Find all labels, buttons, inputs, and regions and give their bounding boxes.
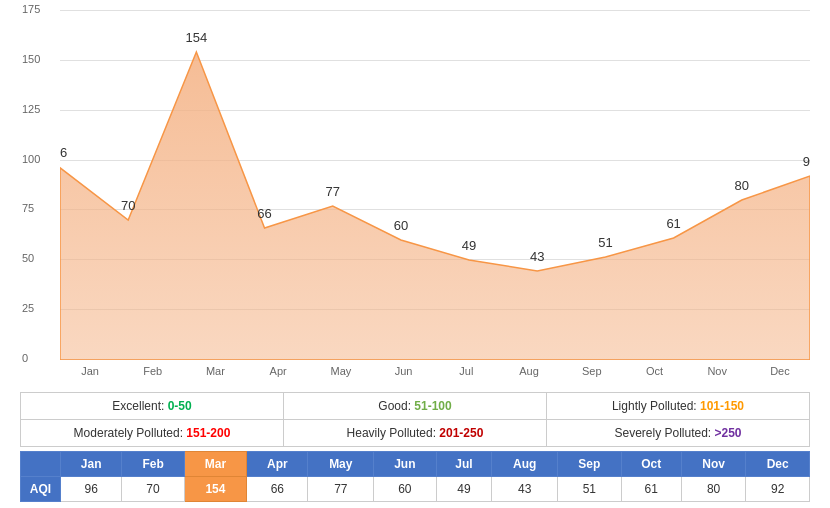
legend: Excellent: 0-50 Good: 51-100 Lightly Pol…: [20, 392, 810, 447]
td-aqi-label: AQI: [21, 477, 61, 502]
x-label-jun: Jun: [374, 365, 434, 377]
chart-area: 175 150 125 100 75 50 25 0 96: [20, 10, 810, 390]
th-apr: Apr: [247, 452, 308, 477]
data-table: Jan Feb Mar Apr May Jun Jul Aug Sep Oct …: [20, 451, 810, 502]
y-label-150: 150: [22, 53, 40, 65]
y-label-25: 25: [22, 302, 34, 314]
table-data-row: AQI 96 70 154 66 77 60 49 43 51 61 80 92: [21, 477, 810, 502]
label-apr: 66: [257, 206, 271, 221]
td-may: 77: [308, 477, 374, 502]
x-label-may: May: [311, 365, 371, 377]
label-dec: 92: [803, 154, 810, 169]
td-nov: 80: [681, 477, 746, 502]
y-label-125: 125: [22, 103, 40, 115]
x-label-aug: Aug: [499, 365, 559, 377]
td-jun: 60: [374, 477, 436, 502]
td-aug: 43: [492, 477, 558, 502]
x-label-dec: Dec: [750, 365, 810, 377]
legend-good: Good: 51-100: [284, 393, 547, 419]
legend-row-1: Excellent: 0-50 Good: 51-100 Lightly Pol…: [21, 393, 809, 420]
x-label-apr: Apr: [248, 365, 308, 377]
th-oct: Oct: [621, 452, 681, 477]
label-may: 77: [325, 184, 339, 199]
y-label-75: 75: [22, 202, 34, 214]
x-label-jan: Jan: [60, 365, 120, 377]
label-jan: 96: [60, 145, 67, 160]
label-jun: 60: [394, 218, 408, 233]
label-sep: 51: [598, 235, 612, 250]
label-mar: 154: [186, 30, 208, 45]
th-mar: Mar: [184, 452, 246, 477]
y-label-50: 50: [22, 252, 34, 264]
td-jan: 96: [61, 477, 122, 502]
y-label-0: 0: [22, 352, 28, 364]
td-oct: 61: [621, 477, 681, 502]
x-label-sep: Sep: [562, 365, 622, 377]
x-label-feb: Feb: [123, 365, 183, 377]
legend-severe: Severely Polluted: >250: [547, 420, 809, 446]
label-jul: 49: [462, 238, 476, 253]
area-fill: [60, 52, 810, 360]
td-dec: 92: [746, 477, 810, 502]
legend-moderate: Moderately Polluted: 151-200: [21, 420, 284, 446]
x-label-oct: Oct: [624, 365, 684, 377]
label-feb: 70: [121, 198, 135, 213]
y-label-100: 100: [22, 153, 40, 165]
td-sep: 51: [558, 477, 622, 502]
th-aug: Aug: [492, 452, 558, 477]
label-nov: 80: [735, 178, 749, 193]
th-jun: Jun: [374, 452, 436, 477]
th-empty: [21, 452, 61, 477]
th-feb: Feb: [122, 452, 184, 477]
x-label-mar: Mar: [185, 365, 245, 377]
th-jul: Jul: [436, 452, 492, 477]
x-label-jul: Jul: [436, 365, 496, 377]
label-oct: 61: [666, 216, 680, 231]
legend-excellent: Excellent: 0-50: [21, 393, 284, 419]
x-label-nov: Nov: [687, 365, 747, 377]
th-sep: Sep: [558, 452, 622, 477]
legend-heavy: Heavily Polluted: 201-250: [284, 420, 547, 446]
area-chart-svg: 96 70 154 66 77 60 49 43 51 61 80 92: [60, 10, 810, 360]
th-may: May: [308, 452, 374, 477]
td-jul: 49: [436, 477, 492, 502]
td-feb: 70: [122, 477, 184, 502]
legend-lightly: Lightly Polluted: 101-150: [547, 393, 809, 419]
y-label-175: 175: [22, 3, 40, 15]
legend-row-2: Moderately Polluted: 151-200 Heavily Pol…: [21, 420, 809, 446]
td-apr: 66: [247, 477, 308, 502]
th-jan: Jan: [61, 452, 122, 477]
table-header-row: Jan Feb Mar Apr May Jun Jul Aug Sep Oct …: [21, 452, 810, 477]
th-dec: Dec: [746, 452, 810, 477]
th-nov: Nov: [681, 452, 746, 477]
chart-container: 175 150 125 100 75 50 25 0 96: [0, 0, 830, 502]
x-axis: Jan Feb Mar Apr May Jun Jul Aug Sep Oct …: [60, 360, 810, 390]
data-table-wrapper: Jan Feb Mar Apr May Jun Jul Aug Sep Oct …: [20, 451, 810, 502]
label-aug: 43: [530, 249, 544, 264]
td-mar: 154: [184, 477, 246, 502]
